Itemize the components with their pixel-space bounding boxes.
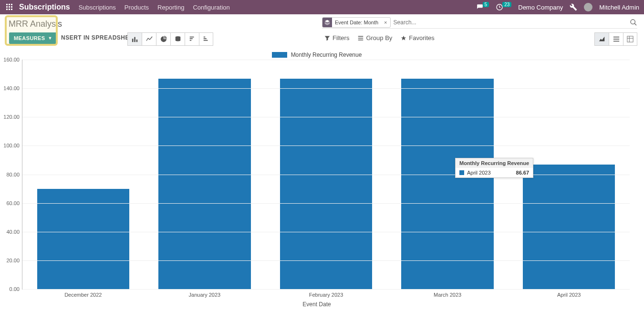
bar[interactable] bbox=[37, 189, 129, 289]
svg-rect-8 bbox=[11, 9, 12, 10]
x-tick: January 2023 bbox=[144, 289, 266, 298]
pie-chart-icon[interactable] bbox=[156, 32, 170, 46]
y-tick: 60.00 bbox=[6, 200, 22, 206]
svg-rect-19 bbox=[204, 37, 206, 38]
measures-label: MEASURES bbox=[14, 35, 45, 41]
y-tick: 100.00 bbox=[3, 143, 22, 148]
svg-rect-22 bbox=[358, 36, 364, 37]
filter-row: Filters Group By Favorites bbox=[324, 34, 435, 41]
svg-rect-24 bbox=[358, 40, 364, 41]
svg-rect-10 bbox=[132, 39, 133, 42]
grid-line bbox=[22, 232, 630, 232]
sort-asc-icon[interactable] bbox=[199, 32, 213, 46]
svg-rect-2 bbox=[11, 4, 12, 5]
bar[interactable] bbox=[280, 79, 372, 289]
svg-rect-17 bbox=[204, 40, 208, 41]
svg-rect-16 bbox=[189, 40, 191, 41]
x-tick: December 2022 bbox=[22, 289, 144, 298]
tooltip-value: 86.67 bbox=[516, 170, 530, 176]
filters-button[interactable]: Filters bbox=[324, 34, 349, 41]
debug-icon[interactable] bbox=[570, 3, 577, 11]
chart-type-buttons bbox=[127, 32, 213, 46]
svg-point-20 bbox=[631, 20, 635, 24]
list-view-icon[interactable] bbox=[609, 32, 623, 46]
bar[interactable] bbox=[158, 79, 250, 289]
chart-tooltip: Monthly Recurring Revenue April 2023 86.… bbox=[455, 158, 533, 178]
pivot-view-icon[interactable] bbox=[623, 32, 637, 46]
topnav-right: 5 23 Demo Company Mitchell Admin bbox=[476, 3, 639, 11]
activity-badge: 23 bbox=[502, 2, 511, 7]
grid-line bbox=[22, 203, 630, 204]
caret-down-icon: ▼ bbox=[48, 36, 52, 41]
svg-rect-23 bbox=[358, 38, 364, 39]
svg-rect-28 bbox=[627, 36, 633, 42]
content-area: MRR Analysis MEASURES ▼ NSERT IN SPREADS… bbox=[0, 14, 644, 311]
y-tick: 20.00 bbox=[6, 258, 22, 263]
sort-desc-icon[interactable] bbox=[185, 32, 199, 46]
user-avatar[interactable] bbox=[584, 3, 592, 11]
y-tick: 40.00 bbox=[6, 229, 22, 235]
svg-rect-12 bbox=[136, 40, 137, 42]
x-axis-label: Event Date bbox=[4, 301, 630, 308]
apps-icon[interactable] bbox=[5, 2, 14, 12]
svg-rect-11 bbox=[134, 37, 135, 42]
x-tick: April 2023 bbox=[508, 289, 630, 298]
main-menu: Subscriptions Products Reporting Configu… bbox=[79, 4, 230, 11]
grid-line bbox=[22, 260, 630, 261]
line-chart-icon[interactable] bbox=[142, 32, 156, 46]
svg-rect-14 bbox=[189, 37, 194, 38]
view-switcher bbox=[594, 32, 637, 46]
page-title: MRR Analysis bbox=[9, 19, 62, 29]
company-name[interactable]: Demo Company bbox=[518, 4, 563, 11]
layers-icon bbox=[322, 18, 332, 27]
svg-rect-5 bbox=[11, 6, 12, 8]
menu-products[interactable]: Products bbox=[125, 4, 149, 11]
insert-spreadsheet-button[interactable]: NSERT IN SPREADSHEET bbox=[61, 34, 137, 41]
tooltip-label: April 2023 bbox=[467, 170, 491, 176]
menu-configuration[interactable]: Configuration bbox=[193, 4, 229, 11]
legend-swatch bbox=[272, 52, 287, 58]
stacked-icon[interactable] bbox=[170, 32, 185, 46]
svg-rect-1 bbox=[9, 4, 10, 5]
svg-rect-27 bbox=[613, 41, 619, 42]
grid-line bbox=[22, 60, 630, 60]
menu-subscriptions[interactable]: Subscriptions bbox=[79, 4, 116, 11]
y-tick: 120.00 bbox=[3, 114, 22, 120]
groupby-button[interactable]: Group By bbox=[358, 34, 392, 41]
activity-icon[interactable]: 23 bbox=[496, 3, 511, 11]
x-tick: February 2023 bbox=[265, 289, 387, 298]
svg-rect-7 bbox=[9, 9, 10, 10]
grid-line bbox=[22, 145, 630, 146]
app-brand[interactable]: Subscriptions bbox=[19, 3, 70, 11]
bar-chart-icon[interactable] bbox=[127, 32, 142, 46]
svg-rect-4 bbox=[9, 6, 10, 8]
chat-icon[interactable]: 5 bbox=[476, 4, 489, 10]
y-tick: 140.00 bbox=[3, 85, 22, 91]
favorites-button[interactable]: Favorites bbox=[401, 34, 434, 41]
svg-rect-15 bbox=[189, 38, 192, 39]
chat-badge: 5 bbox=[483, 2, 489, 7]
menu-reporting[interactable]: Reporting bbox=[157, 4, 184, 11]
measures-button[interactable]: MEASURES ▼ bbox=[9, 32, 57, 44]
search-icon[interactable] bbox=[630, 19, 637, 26]
tooltip-title: Monthly Recurring Revenue bbox=[456, 158, 533, 168]
svg-rect-6 bbox=[6, 9, 8, 10]
search-input[interactable] bbox=[391, 18, 630, 27]
graph-view-icon[interactable] bbox=[594, 32, 609, 46]
bar[interactable] bbox=[401, 79, 493, 289]
svg-rect-25 bbox=[613, 37, 619, 38]
chart-legend: Monthly Recurring Revenue bbox=[4, 50, 630, 60]
chart-plot: December 2022January 2023February 2023Ma… bbox=[22, 60, 630, 290]
chart-container: Monthly Recurring Revenue December 2022J… bbox=[4, 50, 630, 309]
search-tag-close[interactable]: × bbox=[381, 20, 390, 25]
y-tick: 80.00 bbox=[6, 172, 22, 177]
user-name[interactable]: Mitchell Admin bbox=[599, 4, 639, 11]
tooltip-swatch bbox=[459, 170, 464, 175]
legend-label: Monthly Recurring Revenue bbox=[291, 52, 362, 58]
grid-line bbox=[22, 88, 630, 89]
svg-rect-26 bbox=[613, 39, 619, 40]
y-tick: 0.00 bbox=[10, 286, 22, 292]
grid-line bbox=[22, 117, 630, 117]
bar[interactable] bbox=[523, 165, 615, 289]
search-tag-label: Event Date: Month bbox=[332, 20, 381, 25]
